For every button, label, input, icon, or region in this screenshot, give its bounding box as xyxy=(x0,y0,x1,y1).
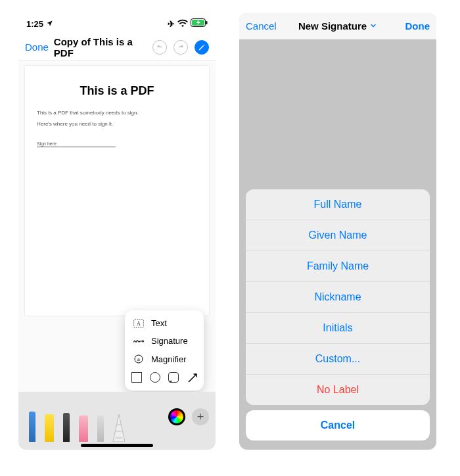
color-picker[interactable] xyxy=(168,408,185,425)
popover-signature-label: Signature xyxy=(151,336,188,346)
popover-text[interactable]: A Text xyxy=(125,314,204,332)
popover-magnifier[interactable]: a Magnifier xyxy=(125,350,204,368)
shape-square[interactable] xyxy=(131,372,142,383)
markup-toggle[interactable] xyxy=(195,40,209,55)
status-bar: 1:25 ✈︎ xyxy=(18,13,216,34)
home-indicator[interactable] xyxy=(81,444,153,447)
markup-toolbar: + xyxy=(18,392,216,450)
sheet-option-no-label[interactable]: No Label xyxy=(246,375,430,405)
pdf-body-line: Here's where you need to sign it. xyxy=(37,121,197,127)
cancel-button[interactable]: Cancel xyxy=(246,20,285,32)
svg-text:a: a xyxy=(137,356,140,362)
sheet-option-full-name[interactable]: Full Name xyxy=(246,189,430,220)
svg-text:A: A xyxy=(137,321,141,327)
pen-tool[interactable] xyxy=(25,409,39,442)
shape-arrow[interactable] xyxy=(187,372,197,383)
pencil-tool[interactable] xyxy=(59,409,74,442)
textbox-icon: A xyxy=(133,319,145,328)
magnifier-icon: a xyxy=(133,354,145,364)
sheet-option-nickname[interactable]: Nickname xyxy=(246,282,430,313)
label-action-sheet: Full Name Given Name Family Name Nicknam… xyxy=(246,189,430,440)
chevron-down-icon xyxy=(369,20,377,32)
sheet-cancel-button[interactable]: Cancel xyxy=(246,410,430,440)
sheet-option-initials[interactable]: Initials xyxy=(246,313,430,344)
highlighter-tool[interactable] xyxy=(42,409,57,442)
document-title: Copy of This is a PDF xyxy=(54,36,147,59)
shape-circle[interactable] xyxy=(150,372,160,383)
done-button[interactable]: Done xyxy=(390,20,430,32)
shape-speech-bubble[interactable] xyxy=(168,372,179,383)
svg-rect-2 xyxy=(206,21,208,24)
signature-icon xyxy=(133,337,145,346)
location-icon xyxy=(46,19,53,29)
signature-title-dropdown[interactable]: New Signature xyxy=(290,20,385,32)
popover-shapes-row xyxy=(125,368,204,387)
phone-signature-label: Cancel New Signature Done Full Name Give… xyxy=(239,13,436,450)
sheet-option-custom[interactable]: Custom... xyxy=(246,344,430,375)
signature-nav-bar: Cancel New Signature Done xyxy=(239,13,436,39)
redo-button[interactable] xyxy=(173,40,188,55)
lasso-tool[interactable] xyxy=(93,409,108,442)
airplane-icon: ✈︎ xyxy=(168,19,175,29)
status-time: 1:25 xyxy=(26,19,43,29)
sheet-option-family-name[interactable]: Family Name xyxy=(246,251,430,282)
battery-icon xyxy=(191,18,208,29)
done-button[interactable]: Done xyxy=(25,41,49,53)
undo-button[interactable] xyxy=(152,40,167,55)
pdf-body-line: This is a PDF that somebody needs to sig… xyxy=(37,110,197,116)
ruler-tool[interactable] xyxy=(110,409,125,442)
popover-text-label: Text xyxy=(151,318,167,328)
add-button[interactable]: + xyxy=(192,408,209,425)
signature-line: Sign here xyxy=(37,141,116,147)
signature-title-label: New Signature xyxy=(298,20,367,32)
pdf-heading: This is a PDF xyxy=(37,84,197,98)
add-popover: A Text Signature a Magnifier xyxy=(125,310,204,391)
phone-markup: 1:25 ✈︎ Done Copy of This is a PDF xyxy=(18,13,216,450)
eraser-tool[interactable] xyxy=(76,409,91,442)
markup-nav-bar: Done Copy of This is a PDF xyxy=(18,34,216,60)
pdf-document[interactable]: This is a PDF This is a PDF that somebod… xyxy=(25,66,209,316)
sheet-option-given-name[interactable]: Given Name xyxy=(246,220,430,251)
wifi-icon xyxy=(177,19,188,29)
popover-signature[interactable]: Signature xyxy=(125,332,204,350)
popover-magnifier-label: Magnifier xyxy=(151,354,186,364)
